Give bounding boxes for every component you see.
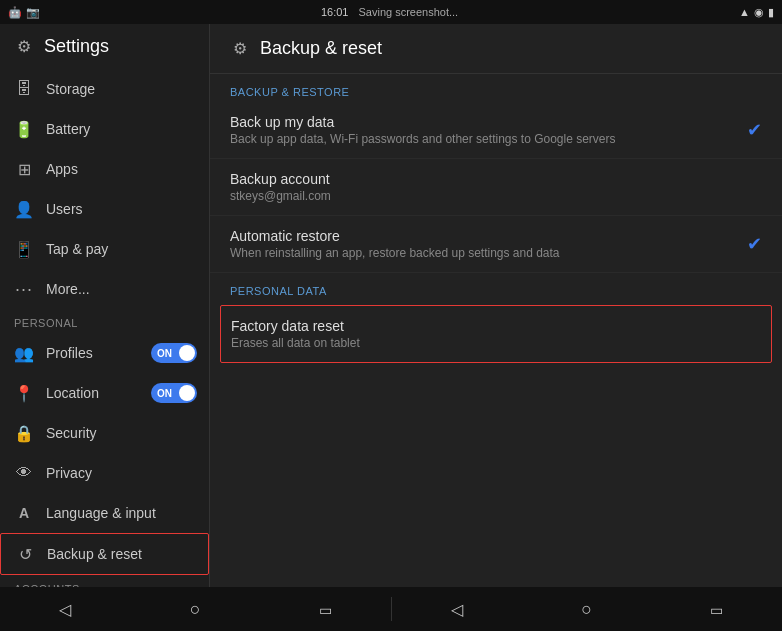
nav-section-left <box>0 589 391 629</box>
tap-pay-icon: 📱 <box>14 239 34 259</box>
sidebar-label-backup-reset: Backup & reset <box>47 546 142 562</box>
apps-icon: ⊞ <box>14 159 34 179</box>
backup-account-title: Backup account <box>230 171 762 187</box>
storage-icon: 🗄 <box>14 79 34 99</box>
sidebar-item-security[interactable]: 🔒 Security <box>0 413 209 453</box>
sidebar-item-more[interactable]: ··· More... <box>0 269 209 309</box>
sidebar-label-profiles: Profiles <box>46 345 93 361</box>
location-toggle-knob <box>179 385 195 401</box>
sidebar-item-location[interactable]: 📍 Location ON <box>0 373 209 413</box>
nav-recent-button-right[interactable] <box>697 589 737 629</box>
sidebar-label-battery: Battery <box>46 121 90 137</box>
profiles-toggle[interactable]: ON <box>151 343 197 363</box>
automatic-restore-subtitle: When reinstalling an app, restore backed… <box>230 246 747 260</box>
backup-my-data-title: Back up my data <box>230 114 747 130</box>
nav-back-icon-right <box>451 599 463 620</box>
sidebar-item-backup-reset[interactable]: ↺ Backup & reset <box>0 533 209 575</box>
content-area: Backup & reset BACKUP & RESTORE Back up … <box>210 24 782 587</box>
backup-restore-section-label: BACKUP & RESTORE <box>210 74 782 102</box>
status-bar: 🤖 📷 16:01 Saving screenshot... ▲ ◉ ▮ <box>0 0 782 24</box>
content-item-factory-reset[interactable]: Factory data reset Erases all data on ta… <box>220 305 772 363</box>
nav-home-button[interactable] <box>175 589 215 629</box>
nav-recent-button[interactable] <box>305 589 345 629</box>
content-header: Backup & reset <box>210 24 782 74</box>
backup-my-data-text: Back up my data Back up app data, Wi-Fi … <box>230 114 747 146</box>
nav-recent-icon-right <box>710 599 723 620</box>
battery-icon: 🔋 <box>14 119 34 139</box>
sidebar-item-users[interactable]: 👤 Users <box>0 189 209 229</box>
android-icon: 🤖 <box>8 6 22 19</box>
language-icon: A <box>14 503 34 523</box>
sidebar-label-tap-pay: Tap & pay <box>46 241 108 257</box>
sidebar-label-apps: Apps <box>46 161 78 177</box>
nav-home-icon-right <box>581 599 592 620</box>
sidebar-label-privacy: Privacy <box>46 465 92 481</box>
automatic-restore-checkmark: ✔ <box>747 233 762 255</box>
sidebar-title: Settings <box>44 36 109 57</box>
nav-bar <box>0 587 782 631</box>
status-right-icons: ▲ ◉ ▮ <box>739 6 774 19</box>
security-icon: 🔒 <box>14 423 34 443</box>
more-icon: ··· <box>14 279 34 299</box>
location-toggle-label: ON <box>157 388 172 399</box>
nav-home-button-right[interactable] <box>567 589 607 629</box>
content-item-automatic-restore[interactable]: Automatic restore When reinstalling an a… <box>210 216 782 273</box>
backup-account-text: Backup account stkeys@gmail.com <box>230 171 762 203</box>
screenshot-icon: 📷 <box>26 6 40 19</box>
sidebar-item-privacy[interactable]: 👁 Privacy <box>0 453 209 493</box>
backup-account-subtitle: stkeys@gmail.com <box>230 189 762 203</box>
content-item-backup-account[interactable]: Backup account stkeys@gmail.com <box>210 159 782 216</box>
sidebar-item-profiles[interactable]: 👥 Profiles ON <box>0 333 209 373</box>
profiles-toggle-knob <box>179 345 195 361</box>
main-layout: Settings 🗄 Storage 🔋 Battery ⊞ Apps 👤 Us… <box>0 24 782 587</box>
content-header-title: Backup & reset <box>260 38 382 59</box>
users-icon: 👤 <box>14 199 34 219</box>
status-center: 16:01 Saving screenshot... <box>321 6 458 18</box>
location-icon: 📍 <box>14 383 34 403</box>
sidebar-label-location: Location <box>46 385 99 401</box>
sidebar-item-language[interactable]: A Language & input <box>0 493 209 533</box>
nav-back-button-right[interactable] <box>437 589 477 629</box>
signal-icon: ◉ <box>754 6 764 19</box>
sidebar-label-users: Users <box>46 201 83 217</box>
accounts-section-label: ACCOUNTS <box>0 575 209 587</box>
privacy-icon: 👁 <box>14 463 34 483</box>
content-header-gear-icon <box>230 39 250 59</box>
automatic-restore-text: Automatic restore When reinstalling an a… <box>230 228 747 260</box>
personal-data-section-label: PERSONAL DATA <box>210 273 782 301</box>
factory-reset-text: Factory data reset Erases all data on ta… <box>231 318 761 350</box>
personal-section-label: PERSONAL <box>0 309 209 333</box>
sidebar-label-more: More... <box>46 281 90 297</box>
backup-my-data-subtitle: Back up app data, Wi-Fi passwords and ot… <box>230 132 747 146</box>
factory-reset-title: Factory data reset <box>231 318 761 334</box>
sidebar-header: Settings <box>0 24 209 69</box>
settings-gear-icon <box>14 37 34 57</box>
wifi-icon: ▲ <box>739 6 750 18</box>
battery-status-icon: ▮ <box>768 6 774 19</box>
backup-reset-icon: ↺ <box>15 544 35 564</box>
profiles-icon: 👥 <box>14 343 34 363</box>
nav-section-right <box>392 589 783 629</box>
sidebar-item-storage[interactable]: 🗄 Storage <box>0 69 209 109</box>
profiles-toggle-label: ON <box>157 348 172 359</box>
sidebar-label-language: Language & input <box>46 505 156 521</box>
sidebar-label-security: Security <box>46 425 97 441</box>
sidebar-item-battery[interactable]: 🔋 Battery <box>0 109 209 149</box>
automatic-restore-title: Automatic restore <box>230 228 747 244</box>
status-notification: Saving screenshot... <box>358 6 458 18</box>
status-time: 16:01 <box>321 6 349 18</box>
nav-home-icon <box>190 599 201 620</box>
backup-my-data-checkmark: ✔ <box>747 119 762 141</box>
sidebar-item-tap-pay[interactable]: 📱 Tap & pay <box>0 229 209 269</box>
sidebar-label-storage: Storage <box>46 81 95 97</box>
nav-back-icon <box>59 599 71 620</box>
nav-back-button[interactable] <box>45 589 85 629</box>
sidebar-item-apps[interactable]: ⊞ Apps <box>0 149 209 189</box>
nav-recent-icon <box>319 599 332 620</box>
status-left-icons: 🤖 📷 <box>8 6 40 19</box>
factory-reset-subtitle: Erases all data on tablet <box>231 336 761 350</box>
content-item-backup-my-data[interactable]: Back up my data Back up app data, Wi-Fi … <box>210 102 782 159</box>
sidebar: Settings 🗄 Storage 🔋 Battery ⊞ Apps 👤 Us… <box>0 24 210 587</box>
location-toggle[interactable]: ON <box>151 383 197 403</box>
